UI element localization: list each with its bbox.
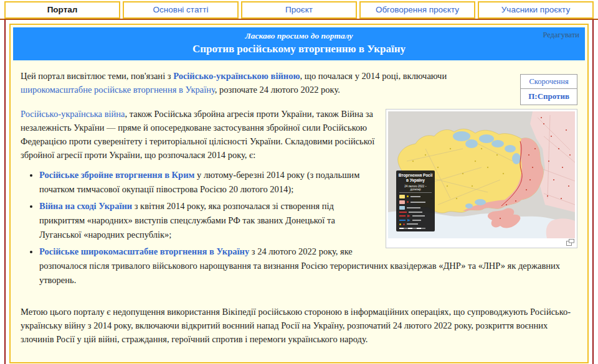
page-title: Спротив російському вторгненню в Україну	[13, 43, 585, 55]
link-russo-ukrainian-war[interactable]: Російсько-українською війною	[173, 71, 300, 81]
map-legend-title: Вторгнення Росії в Україну	[398, 173, 433, 184]
link-russo-ukrainian-war-2[interactable]: Російсько-українська війна	[21, 109, 125, 119]
link-war-in-donbas[interactable]: Війна на сході України	[39, 201, 132, 211]
tab-project-members[interactable]: Учасники проєкту	[478, 1, 594, 19]
shortcut-label-link[interactable]: Скорочення	[521, 75, 577, 88]
portal-frame: Ласкаво просимо до порталу Спротив росій…	[4, 20, 594, 364]
link-full-scale-invasion-2[interactable]: Російське широкомасштабне вторгнення в У…	[39, 246, 249, 256]
tab-bar: Портал Основні статті Проєкт Обговорення…	[0, 0, 598, 20]
link-crimea-invasion[interactable]: Російське збройне вторгнення в Крим	[39, 170, 194, 180]
enlarge-icon[interactable]	[566, 239, 574, 246]
intro-text-3: , розпочате 24 лютого 2022 року.	[215, 85, 340, 95]
portal-banner: Ласкаво просимо до порталу Спротив росій…	[13, 27, 585, 60]
ukraine-war-map-thumbnail[interactable]: Вторгнення Росії в Україну 24 лютого 202…	[386, 109, 577, 248]
intro-text-1: Цей портал висвітлює теми, пов'язані з	[21, 71, 173, 81]
tab-project[interactable]: Проєкт	[241, 1, 357, 19]
banner-welcome-text: Ласкаво просимо до порталу	[13, 31, 585, 41]
tab-portal[interactable]: Портал	[4, 1, 120, 19]
intro-text-2: , що почалася у 2014 році, включаючи	[300, 71, 447, 81]
link-full-scale-invasion[interactable]: широкомасштабне російське вторгнення в У…	[21, 85, 215, 95]
banner-edit-link[interactable]: Редагувати	[543, 30, 579, 40]
purpose-paragraph: Метою цього порталу є недопущення викори…	[21, 305, 577, 346]
tab-main-articles[interactable]: Основні статті	[123, 1, 239, 19]
map-legend: Вторгнення Росії в Україну 24 лютого 202…	[396, 170, 435, 231]
shortcut-value-link[interactable]: П:Спротив	[521, 88, 577, 105]
list-item: Російське широкомасштабне вторгнення в У…	[39, 245, 577, 287]
map-legend-date: 24 лютого 2022 – дотепер	[399, 185, 432, 193]
portal-content: Скорочення П:Спротив	[13, 69, 585, 346]
intro-paragraph: Цей портал висвітлює теми, пов'язані з Р…	[21, 69, 577, 96]
portal-main-box: Ласкаво просимо до порталу Спротив росій…	[9, 24, 589, 363]
tab-project-talk[interactable]: Обговорення проєкту	[359, 1, 475, 19]
shortcut-box: Скорочення П:Спротив	[520, 74, 577, 105]
